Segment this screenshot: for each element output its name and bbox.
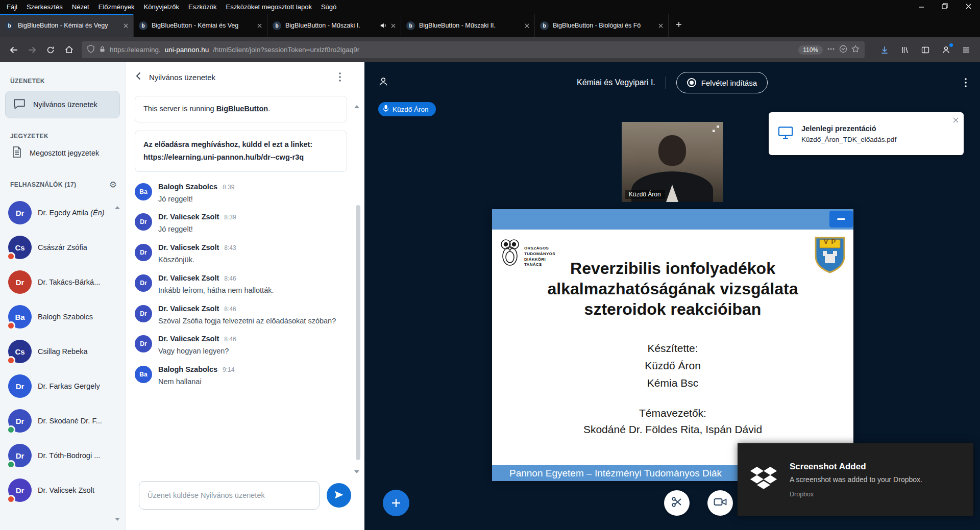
- toolbar-right-cluster: [876, 41, 975, 59]
- webcam-fullscreen-icon[interactable]: [712, 125, 720, 135]
- home-button[interactable]: [60, 41, 78, 59]
- chat-options-kebab-icon[interactable]: [339, 72, 354, 82]
- tab-biologiai[interactable]: b BigBlueButton - Biológiai és Fö: [535, 14, 669, 37]
- sidebar-toggle-button[interactable]: [917, 41, 934, 59]
- active-talker-indicator[interactable]: Küzdő Áron: [378, 102, 436, 116]
- menu-file[interactable]: Fájl: [2, 2, 22, 12]
- tab-audio-playing-icon[interactable]: [380, 22, 387, 29]
- chat-bubble-icon: [13, 97, 26, 112]
- current-presentation-toast[interactable]: Jelenlegi prezentáció Küzdő_Áron_TDK_elő…: [769, 112, 964, 155]
- user-name-text: Császár Zsófia: [38, 243, 87, 251]
- menu-shared-tabs[interactable]: Eszközöket megosztott lapok: [222, 2, 316, 12]
- webcam-name-label: Küzdő Áron: [625, 190, 665, 199]
- userlist-scroll-down-icon[interactable]: [115, 518, 120, 521]
- user-status-badge: [7, 495, 15, 503]
- menu-help[interactable]: Súgó: [316, 2, 341, 12]
- downloads-button[interactable]: [876, 41, 893, 59]
- slide-supervisors-block: Témavezetők: Skodáné Dr. Földes Rita, Is…: [492, 405, 853, 437]
- messages-section-label: ÜZENETEK: [0, 78, 125, 85]
- library-button[interactable]: [896, 41, 914, 59]
- actions-plus-button[interactable]: [383, 490, 409, 516]
- user-row[interactable]: Dr Dr. Farkas Gergely: [0, 369, 125, 403]
- user-name: Dr. Takács-Bárká...: [38, 278, 100, 286]
- forward-button[interactable]: [23, 41, 41, 59]
- toast-filename: Küzdő_Áron_TDK_előadás.pdf: [801, 136, 896, 143]
- hamburger-menu-button[interactable]: [958, 41, 975, 59]
- presentation-screen-icon: [778, 126, 793, 142]
- presentation-slide[interactable]: ORSZÁGOS TUDOMÁNYOS DIÁKKÖRI TANÁCS: [492, 209, 853, 481]
- lock-icon[interactable]: [99, 46, 106, 54]
- menu-view[interactable]: Nézet: [67, 2, 94, 12]
- slide-content: ORSZÁGOS TUDOMÁNYOS DIÁKKÖRI TANÁCS: [492, 230, 853, 465]
- tab-muszaki-1[interactable]: b BigBlueButton - Műszaki I.: [267, 14, 401, 37]
- user-status-badge: [7, 460, 15, 469]
- tab-kemiai-1[interactable]: b BigBlueButton - Kémiai és Vegy: [0, 14, 134, 37]
- window-minimize-button[interactable]: [910, 0, 933, 14]
- window-restore-button[interactable]: [933, 0, 957, 14]
- user-row[interactable]: Cs Csillag Rebeka: [0, 334, 125, 369]
- tab-title: BigBlueButton - Kémiai és Vegy: [18, 22, 119, 29]
- user-row[interactable]: Dr Dr. Takács-Bárká...: [0, 265, 125, 299]
- tab-muszaki-2[interactable]: b BigBlueButton - Műszaki II.: [401, 14, 535, 37]
- user-row[interactable]: Dr Dr. Valicsek Zsolt: [0, 473, 125, 508]
- menu-history[interactable]: Előzmények: [94, 2, 139, 12]
- user-row[interactable]: Dr Dr. Egedy Attila (Én): [0, 195, 125, 230]
- send-message-button[interactable]: [327, 483, 351, 508]
- tab-title: BigBlueButton - Kémiai és Veg: [152, 22, 253, 29]
- menu-edit[interactable]: Szerkesztés: [22, 2, 67, 12]
- avatar-initials: Dr: [16, 382, 24, 391]
- message-text: Vagy hogyan legyen?: [158, 346, 236, 357]
- new-tab-button[interactable]: [669, 14, 689, 37]
- back-button[interactable]: [5, 41, 22, 59]
- message-author: Balogh Szabolcs: [158, 183, 217, 191]
- screen-record-camera-button[interactable]: [707, 490, 733, 516]
- start-recording-button[interactable]: Felvétel indítása: [676, 72, 768, 93]
- bookmark-star-icon[interactable]: [851, 45, 860, 55]
- otdt-owl-logo: ORSZÁGOS TUDOMÁNYOS DIÁKKÖRI TANÁCS: [498, 238, 555, 268]
- user-row[interactable]: Dr Dr. Tóth-Bodrogi ...: [0, 438, 125, 473]
- chat-scroll-up-icon[interactable]: [354, 105, 359, 108]
- message-author: Dr. Valicsek Zsolt: [158, 213, 219, 221]
- tab-close-icon[interactable]: [124, 23, 128, 28]
- chat-message-input[interactable]: [139, 481, 320, 510]
- chevron-left-icon[interactable]: [136, 72, 141, 82]
- tab-close-icon[interactable]: [658, 23, 663, 28]
- bigbluebutton-link[interactable]: BigBlueButton: [216, 105, 268, 113]
- chat-scroll-down-icon[interactable]: [354, 470, 359, 473]
- gear-icon[interactable]: ⚙: [109, 181, 117, 189]
- restore-icon: [942, 3, 948, 11]
- tab-close-icon[interactable]: [391, 23, 396, 28]
- dropbox-notification-toast[interactable]: Screenshot Added A screenshot was added …: [738, 443, 973, 516]
- account-notification-dot: [949, 43, 953, 47]
- page-actions-icon[interactable]: [827, 45, 835, 55]
- tab-kemiai-2[interactable]: b BigBlueButton - Kémiai és Veg: [134, 14, 267, 37]
- user-row[interactable]: Dr Dr. Skodané Dr. F...: [0, 403, 125, 438]
- minimize-presentation-button[interactable]: [829, 211, 853, 228]
- menu-bookmarks[interactable]: Könyvjelzők: [139, 2, 184, 12]
- user-name: Dr. Farkas Gergely: [38, 382, 100, 390]
- userlist-scroll-up-icon[interactable]: [115, 206, 120, 209]
- avatar-initials: Dr: [16, 278, 24, 287]
- user-row[interactable]: Cs Császár Zsófia: [0, 230, 125, 265]
- screenshot-scissors-button[interactable]: [664, 490, 690, 516]
- zoom-level-indicator[interactable]: 110%: [798, 45, 823, 55]
- tracking-shield-icon[interactable]: [87, 45, 95, 55]
- pocket-icon[interactable]: [839, 45, 847, 55]
- window-close-button[interactable]: [957, 0, 980, 14]
- tab-close-icon[interactable]: [257, 23, 262, 28]
- sidebar-item-shared-notes[interactable]: Megosztott jegyzetek: [0, 140, 125, 166]
- sidebar-item-public-chat[interactable]: Nyilvános üzenetek: [5, 91, 120, 118]
- chat-scrollbar[interactable]: [356, 205, 360, 460]
- reload-button[interactable]: [42, 41, 59, 59]
- user-row[interactable]: Ba Balogh Szabolcs: [0, 299, 125, 334]
- tab-close-icon[interactable]: [525, 23, 529, 28]
- user-list: Dr Dr. Egedy Attila (Én) Cs Császár Zsóf…: [0, 195, 125, 508]
- webcam-video[interactable]: Küzdő Áron: [622, 122, 723, 202]
- account-button[interactable]: [937, 41, 954, 59]
- avatar-initials: Cs: [15, 243, 24, 252]
- address-bar[interactable]: https://elearning.uni-pannon.hu/html5cli…: [82, 41, 865, 58]
- toast-close-icon[interactable]: [953, 117, 959, 123]
- user-status-badge: [7, 252, 15, 261]
- slide-top-bar: [492, 209, 853, 230]
- menu-tools[interactable]: Eszközök: [184, 2, 222, 12]
